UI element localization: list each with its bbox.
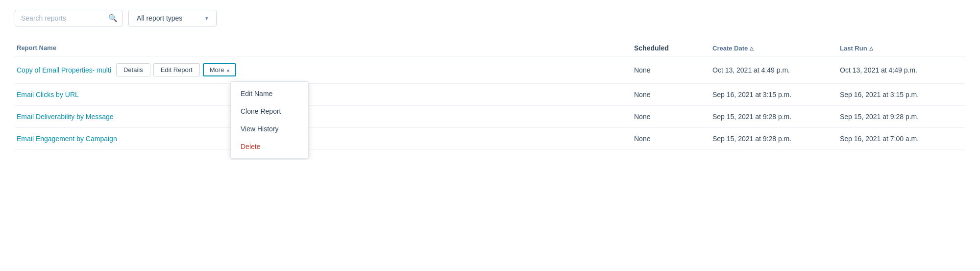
edit-name-item[interactable]: Edit Name xyxy=(231,85,308,102)
create-date-cell: Sep 16, 2021 at 3:15 p.m. xyxy=(710,91,838,99)
filter-dropdown-label: All report types xyxy=(137,14,182,22)
clone-report-item[interactable]: Clone Report xyxy=(231,102,308,120)
more-button[interactable]: More ▴ xyxy=(203,63,237,76)
scheduled-cell: None xyxy=(632,135,710,143)
row-name-cell: Email Deliverability by Message xyxy=(15,113,632,121)
report-link[interactable]: Copy of Email Properties- multi xyxy=(17,66,111,74)
header-scheduled: Scheduled xyxy=(632,44,710,52)
search-icon-button[interactable]: 🔍 xyxy=(108,14,118,23)
table-row: Email Clicks by URL None Sep 16, 2021 at… xyxy=(15,84,965,106)
table-row: Copy of Email Properties- multi Details … xyxy=(15,56,965,84)
more-dropdown-menu: Edit Name Clone Report View History Dele… xyxy=(230,81,309,159)
last-run-cell: Sep 16, 2021 at 3:15 p.m. xyxy=(838,91,965,99)
last-run-cell: Oct 13, 2021 at 4:49 p.m. xyxy=(838,66,965,74)
row-name-cell: Email Clicks by URL xyxy=(15,91,632,99)
table-row: Email Deliverability by Message None Sep… xyxy=(15,106,965,128)
filter-dropdown[interactable]: All report types ▾ xyxy=(128,10,217,26)
page-container: 🔍 All report types ▾ Report Name Schedul… xyxy=(0,0,980,160)
more-label: More xyxy=(210,66,224,74)
report-link[interactable]: Email Engagement by Campaign xyxy=(17,135,117,143)
toolbar: 🔍 All report types ▾ xyxy=(15,10,965,26)
report-link[interactable]: Email Deliverability by Message xyxy=(17,113,114,121)
chevron-down-icon: ▾ xyxy=(205,15,208,22)
reports-table: Report Name Scheduled Create Date △ Last… xyxy=(15,40,965,150)
search-icon: 🔍 xyxy=(108,14,118,22)
scheduled-cell: None xyxy=(632,91,710,99)
delete-item[interactable]: Delete xyxy=(231,138,308,155)
create-date-cell: Sep 15, 2021 at 9:28 p.m. xyxy=(710,113,838,121)
last-run-cell: Sep 16, 2021 at 7:00 a.m. xyxy=(838,135,965,143)
scheduled-cell: None xyxy=(632,66,710,74)
edit-report-button[interactable]: Edit Report xyxy=(153,63,200,76)
create-date-cell: Oct 13, 2021 at 4:49 p.m. xyxy=(710,66,838,74)
last-run-sort-icon[interactable]: △ xyxy=(869,46,873,51)
table-row: Email Engagement by Campaign None Sep 15… xyxy=(15,128,965,150)
header-last-run: Last Run △ xyxy=(838,44,965,52)
row-name-cell: Copy of Email Properties- multi Details … xyxy=(15,63,632,76)
search-wrapper: 🔍 xyxy=(15,10,122,26)
create-date-cell: Sep 15, 2021 at 9:28 p.m. xyxy=(710,135,838,143)
last-run-cell: Sep 15, 2021 at 9:28 p.m. xyxy=(838,113,965,121)
scheduled-cell: None xyxy=(632,113,710,121)
create-date-sort-icon[interactable]: △ xyxy=(750,46,754,51)
header-create-date: Create Date △ xyxy=(710,44,838,52)
search-input[interactable] xyxy=(15,10,122,26)
view-history-item[interactable]: View History xyxy=(231,120,308,138)
details-button[interactable]: Details xyxy=(116,63,150,76)
row-name-cell: Email Engagement by Campaign xyxy=(15,135,632,143)
row-actions: Details Edit Report More ▴ xyxy=(116,63,236,76)
header-report-name: Report Name xyxy=(15,44,632,52)
more-chevron-up-icon: ▴ xyxy=(227,67,229,73)
report-link[interactable]: Email Clicks by URL xyxy=(17,91,79,99)
table-header: Report Name Scheduled Create Date △ Last… xyxy=(15,40,965,56)
